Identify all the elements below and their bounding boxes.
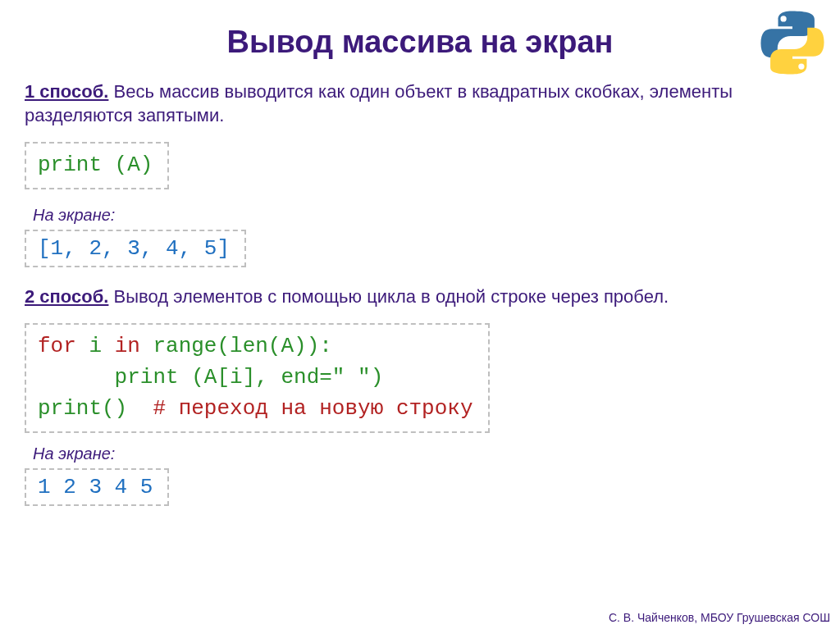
method2-output: 1 2 3 4 5 bbox=[25, 468, 169, 506]
method1-text: Весь массив выводится как один объект в … bbox=[25, 81, 733, 125]
method2-code: for i in range(len(A)): print (A[i], end… bbox=[25, 323, 490, 432]
keyword-in: in bbox=[115, 334, 140, 358]
method2-description: 2 способ. Вывод элементов с помощью цикл… bbox=[25, 285, 815, 309]
code-line-2: print (A[i], end=" ") bbox=[38, 365, 383, 390]
footer-credit: С. В. Чайченков, МБОУ Грушевская СОШ bbox=[609, 611, 830, 624]
keyword-for: for bbox=[38, 334, 76, 358]
method2-text: Вывод элементов с помощью цикла в одной … bbox=[108, 286, 669, 307]
code-frag: i bbox=[76, 334, 115, 358]
code-comment: # переход на новую строку bbox=[153, 396, 472, 421]
method1-output: [1, 2, 3, 4, 5] bbox=[25, 230, 246, 267]
python-logo-icon bbox=[760, 10, 825, 75]
method1-code: print (A) bbox=[25, 142, 169, 189]
method2-caption: На экране: bbox=[33, 444, 815, 463]
page-title: Вывод массива на экран bbox=[25, 25, 815, 60]
method1-label: 1 способ. bbox=[25, 81, 108, 102]
code-frag: range(len(A)): bbox=[140, 334, 332, 358]
code-line-3a: print() bbox=[38, 396, 153, 421]
method2-label: 2 способ. bbox=[25, 286, 108, 307]
method1-caption: На экране: bbox=[33, 206, 815, 225]
method1-description: 1 способ. Весь массив выводится как один… bbox=[25, 80, 815, 127]
